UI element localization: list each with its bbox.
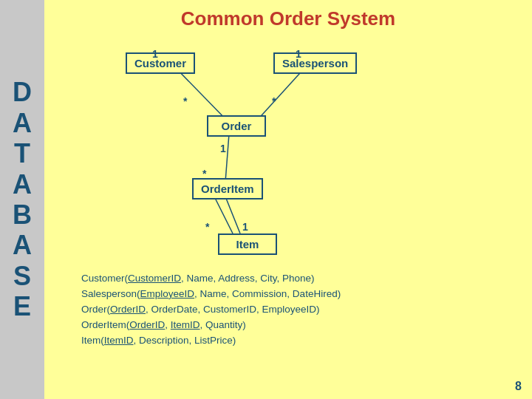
sidebar-letter-b: B [13, 200, 32, 230]
customer-entity: Customer [126, 52, 195, 74]
schema-orderitem-rest: , Quantity) [200, 319, 246, 330]
sidebar-letter-e: E [13, 291, 31, 321]
er-diagram: Customer Salesperson Order OrderItem Ite… [59, 38, 517, 267]
schema-item-rest: , Description, ListPrice) [134, 335, 236, 346]
sidebar-letter-a1: A [13, 108, 32, 138]
schema-salesperson-prefix: Salesperson( [81, 288, 140, 299]
orderitem-entity: OrderItem [192, 178, 263, 200]
sidebar-letter-s: S [13, 261, 31, 291]
mult-item-1: 1 [242, 221, 248, 233]
mult-salesperson-star: * [272, 95, 276, 107]
schema-orderitem-prefix: OrderItem( [81, 319, 129, 330]
main-content: Common Order System Customer Salesperson… [44, 0, 532, 399]
sidebar-letter-a2: A [13, 169, 32, 200]
schema-order-prefix: Order( [81, 304, 110, 315]
salesperson-entity: Salesperson [273, 52, 357, 74]
schema-item-pk: ItemID [104, 335, 134, 346]
schema-salesperson-pk: EmployeeID [140, 288, 195, 299]
item-entity: Item [218, 233, 277, 255]
schema-order-rest: , OrderDate, CustomerID, EmployeeID) [146, 304, 320, 315]
schema-orderitem-pk1: OrderID [129, 319, 165, 330]
schema-salesperson: Salesperson(EmployeeID, Name, Commission… [81, 287, 517, 302]
schema-orderitem: OrderItem(OrderID, ItemID, Quantity) [81, 318, 517, 333]
svg-line-3 [214, 197, 233, 233]
mult-customer-star: * [183, 95, 187, 107]
mult-order-1: 1 [220, 143, 226, 154]
mult-orderitem-star: * [202, 168, 206, 180]
schema-order: Order(OrderID, OrderDate, CustomerID, Em… [81, 302, 517, 318]
svg-line-4 [225, 197, 240, 233]
schema-item-prefix: Item( [81, 335, 104, 346]
mult-salesperson-1: 1 [296, 48, 301, 60]
mult-customer-1: 1 [152, 48, 158, 60]
schema-customer-prefix: Customer( [81, 273, 128, 284]
sidebar-letter-t: T [14, 138, 30, 168]
schema-item: Item(ItemID, Description, ListPrice) [81, 333, 517, 349]
svg-line-2 [225, 134, 229, 182]
page-number: 8 [515, 380, 522, 393]
schema-customer: Customer(CustomerID, Name, Address, City… [81, 271, 517, 287]
mult-orderitem-to-item-star: * [205, 221, 209, 233]
schema-customer-rest: , Name, Address, City, Phone) [181, 273, 315, 284]
sidebar-letter-a3: A [13, 230, 32, 260]
order-entity: Order [207, 115, 266, 137]
schema-section: Customer(CustomerID, Name, Address, City… [59, 271, 517, 349]
schema-orderitem-comma: , [165, 319, 171, 330]
sidebar: D A T A B A S E [0, 0, 44, 399]
schema-orderitem-pk2: ItemID [171, 319, 200, 330]
schema-order-pk: OrderID [110, 304, 146, 315]
sidebar-letter-d: D [13, 77, 32, 107]
schema-salesperson-rest: , Name, Commission, DateHired) [194, 288, 341, 299]
svg-line-1 [255, 66, 307, 123]
svg-line-0 [174, 66, 229, 123]
schema-customer-pk: CustomerID [128, 273, 181, 284]
page-title: Common Order System [59, 7, 517, 30]
